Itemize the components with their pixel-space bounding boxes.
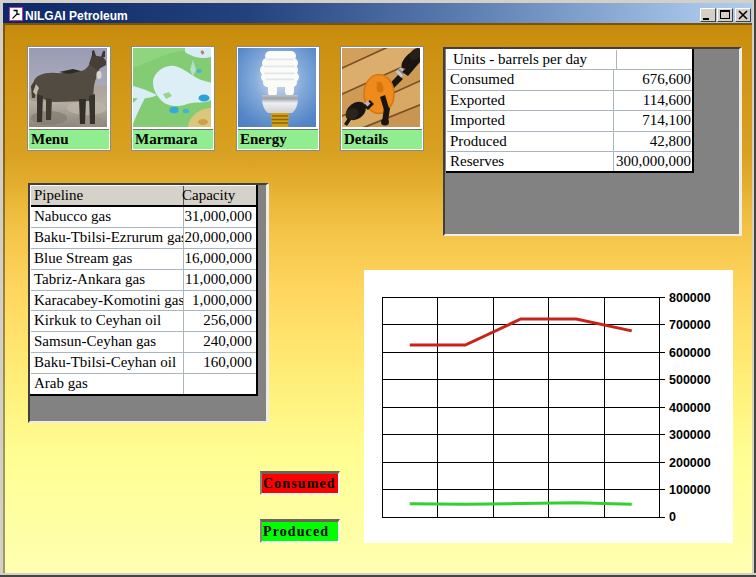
svg-text:500000: 500000	[669, 373, 711, 387]
svg-text:400000: 400000	[669, 401, 711, 415]
svg-text:200000: 200000	[669, 456, 711, 470]
svg-text:600000: 600000	[669, 346, 711, 360]
svg-text:700000: 700000	[669, 318, 711, 332]
svg-text:800000: 800000	[669, 291, 711, 305]
svg-text:0: 0	[669, 510, 676, 524]
svg-text:100000: 100000	[669, 483, 711, 497]
svg-text:300000: 300000	[669, 428, 711, 442]
